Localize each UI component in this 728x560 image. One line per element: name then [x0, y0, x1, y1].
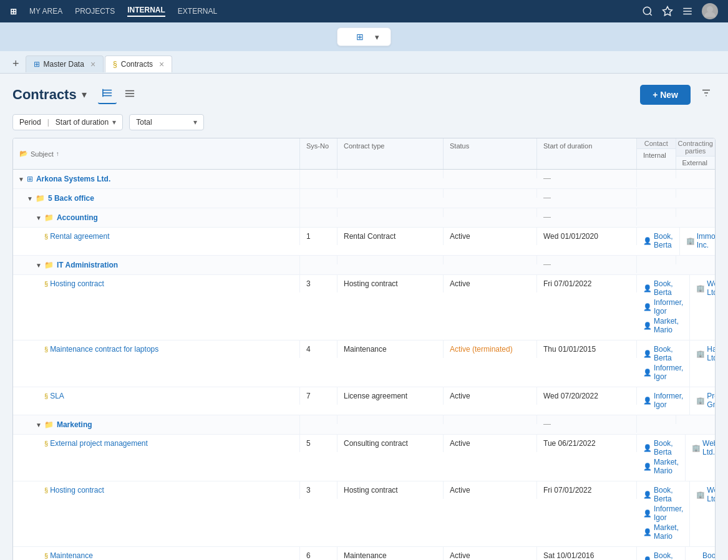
contact-person-link[interactable]: Book, Berta: [654, 486, 683, 503]
nav-internal[interactable]: INTERNAL: [127, 6, 165, 17]
company-link[interactable]: Hardware Ltd.: [707, 345, 716, 362]
tree-view-button[interactable]: [98, 85, 117, 104]
page-header: Contracts ▾ + New: [12, 84, 716, 105]
add-tab-button[interactable]: +: [7, 55, 24, 73]
start-duration-cell: Tue 06/21/2022: [537, 435, 637, 452]
expand-arrow[interactable]: ▼: [36, 215, 42, 221]
contact-person-link[interactable]: Book, Berta: [654, 439, 679, 456]
org-section-icon: ⊞: [27, 175, 33, 183]
new-contract-button[interactable]: + New: [640, 85, 691, 105]
table-row: ▼📁 IT Administration —: [13, 256, 715, 275]
start-duration-cell: Fri 07/01/2022: [537, 275, 637, 292]
status-cell: [444, 170, 537, 178]
folder-section-icon: 📁: [44, 213, 54, 222]
contract-name[interactable]: Hosting contract: [50, 279, 104, 288]
tab-contracts[interactable]: § Contracts ×: [105, 56, 172, 72]
internal-contacts-cell: 👤 Book, Berta 👤 Informer, Igor 👤 Market,…: [637, 481, 690, 546]
table-row: ▼📁 Marketing —: [13, 415, 715, 435]
internal-contacts-cell: [637, 256, 676, 264]
status-cell: Active: [444, 547, 537, 560]
person-icon: 👤: [643, 444, 652, 452]
contract-type-cell: [337, 189, 444, 198]
nav-external[interactable]: EXTERNAL: [178, 7, 217, 16]
person-icon: 👤: [643, 491, 652, 499]
master-data-tab-close[interactable]: ×: [90, 59, 95, 69]
company-link[interactable]: Booth Contstruction Ltd.: [702, 551, 716, 560]
person-icon: 👤: [643, 237, 652, 245]
svg-point-0: [643, 7, 651, 14]
subject-header-label: Subject: [31, 150, 54, 158]
nav-projects[interactable]: PROJECTS: [75, 7, 115, 16]
list-view-button[interactable]: [120, 86, 139, 104]
section-label[interactable]: Accounting: [57, 213, 98, 222]
contact-person-link[interactable]: Informer, Igor: [654, 504, 683, 522]
th-contact-group: Contact Internal: [637, 138, 676, 169]
table-row: § Maintenance 6MaintenanceActiveSat 10/0…: [13, 547, 715, 560]
section-label[interactable]: Marketing: [57, 420, 92, 429]
contract-type-cell: Hosting contract: [337, 275, 444, 292]
sys-no-cell: [300, 170, 337, 178]
contracts-tab-close[interactable]: ×: [159, 59, 164, 69]
expand-arrow[interactable]: ▼: [36, 262, 42, 269]
external-contacts-cell: [676, 415, 716, 424]
status-cell: [444, 208, 537, 217]
section-label[interactable]: Arkona Systems Ltd.: [36, 175, 110, 183]
tab-master-data[interactable]: ⊞ Master Data ×: [26, 56, 104, 72]
contact-person-link[interactable]: Market, Mario: [654, 317, 683, 334]
contract-name[interactable]: External project management: [50, 439, 148, 448]
th-contracting-parties-group: Contracting parties External: [676, 138, 716, 169]
menu-icon[interactable]: [682, 6, 693, 17]
expand-arrow[interactable]: ▼: [36, 422, 42, 428]
contact-person-link[interactable]: Informer, Igor: [654, 364, 683, 381]
nav-my-area[interactable]: MY AREA: [29, 7, 62, 16]
org-dropdown-arrow[interactable]: ▾: [375, 32, 379, 42]
company-link[interactable]: Web Ltd.: [707, 486, 716, 503]
status-cell: Active: [444, 481, 537, 499]
nav-logo[interactable]: ⊞: [10, 7, 17, 16]
contact-person-link[interactable]: Book, Berta: [654, 279, 683, 297]
contract-name[interactable]: Rental agreement: [50, 232, 109, 241]
th-sys-no: Sys-No: [300, 138, 337, 169]
main-content: Contracts ▾ + New: [0, 74, 728, 560]
person-icon: 👤: [643, 322, 652, 330]
contract-icon: §: [44, 233, 48, 240]
company-link[interactable]: Projektron GmbH: [707, 392, 716, 409]
star-icon[interactable]: [662, 6, 673, 17]
new-button-label: + New: [653, 90, 678, 100]
page-title-dropdown[interactable]: ▾: [82, 89, 87, 100]
section-label[interactable]: IT Administration: [57, 261, 118, 269]
th-subject[interactable]: 📂 Subject ↑: [13, 138, 300, 169]
subject-sort-icon[interactable]: ↑: [56, 150, 59, 157]
internal-contacts-cell: 👤 Book, Berta 👤 Market, Mario: [637, 547, 686, 560]
contact-person-link[interactable]: Market, Mario: [654, 523, 683, 541]
user-avatar[interactable]: [702, 3, 718, 19]
expand-arrow[interactable]: ▼: [27, 195, 33, 202]
company-link[interactable]: Web Ltd.: [707, 279, 716, 297]
table-body: ▼⊞ Arkona Systems Ltd. — ▼📁 5 Back offic…: [13, 170, 715, 560]
contract-name[interactable]: Hosting contract: [50, 486, 104, 495]
total-filter[interactable]: Total ▾: [129, 114, 204, 130]
contract-name[interactable]: SLA: [50, 392, 64, 400]
internal-contacts-cell: 👤 Book, Berta 👤 Informer, Igor: [637, 340, 690, 387]
contact-person-link[interactable]: Book, Berta: [654, 345, 683, 362]
expand-arrow[interactable]: ▼: [18, 176, 24, 183]
contract-name[interactable]: Maintenance: [50, 551, 93, 560]
internal-contacts-cell: 👤 Book, Berta 👤 Market, Mario: [637, 435, 686, 481]
section-label[interactable]: 5 Back office: [48, 194, 94, 203]
period-filter[interactable]: Period | Start of duration ▾: [12, 114, 123, 130]
contact-person-link[interactable]: Market, Mario: [654, 458, 679, 475]
contract-icon: §: [44, 392, 48, 400]
contact-person-link[interactable]: Book, Berta: [654, 551, 679, 560]
contact-person-link[interactable]: Book, Berta: [654, 232, 673, 249]
page-title: Contracts: [12, 87, 77, 103]
external-contacts-cell: 🏢 Web Ltd.: [690, 275, 716, 302]
company-link[interactable]: Immo Inc.: [697, 232, 716, 249]
search-icon[interactable]: [642, 6, 653, 17]
filter-settings-button[interactable]: [697, 84, 716, 105]
status-cell: [444, 415, 537, 424]
company-link[interactable]: Web Ltd.: [702, 439, 716, 456]
contact-person-link[interactable]: Informer, Igor: [654, 392, 683, 409]
contract-type-cell: [337, 415, 444, 424]
contact-person-link[interactable]: Informer, Igor: [654, 298, 683, 316]
contract-name[interactable]: Maintenance contract for laptops: [50, 345, 158, 354]
